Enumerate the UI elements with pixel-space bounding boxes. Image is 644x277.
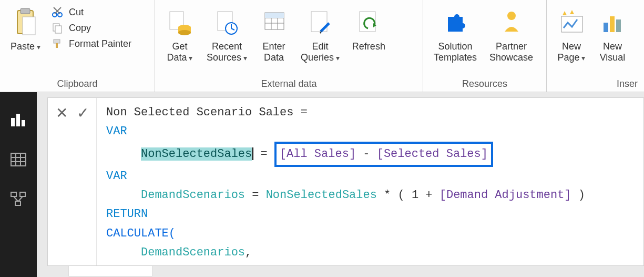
recent-sources-label: Recent Sources <box>207 41 242 63</box>
person-icon <box>498 5 525 39</box>
svg-rect-1 <box>21 8 30 14</box>
svg-rect-2 <box>23 17 35 35</box>
ribbon-group-resources: Solution Templates Partner Showcase Reso… <box>423 0 547 92</box>
svg-point-14 <box>178 30 191 35</box>
svg-rect-35 <box>610 16 615 32</box>
svg-rect-31 <box>561 16 582 32</box>
new-page-label: New Page <box>558 41 581 63</box>
copy-label: Copy <box>69 23 91 34</box>
paste-label: Paste <box>11 41 35 52</box>
svg-rect-8 <box>55 26 62 33</box>
svg-rect-34 <box>604 23 608 32</box>
edit-queries-icon <box>307 5 333 39</box>
code-text: ( Products[Product Name] ) ) <box>238 265 433 265</box>
variable-ref: NonSelectedSales <box>266 189 377 202</box>
format-painter-label: Format Painter <box>69 38 131 50</box>
svg-rect-47 <box>15 201 21 205</box>
new-page-icon <box>558 5 585 39</box>
view-switcher <box>0 92 37 277</box>
measure-ref: [Selected Sales] <box>377 147 488 161</box>
get-data-button[interactable]: Get Data <box>161 3 198 65</box>
ribbon: Paste Cut Copy Format Painter Clipboard <box>0 0 644 92</box>
enter-data-icon <box>261 5 287 39</box>
code-text: = <box>253 147 274 161</box>
keyword-var: VAR <box>106 170 127 183</box>
svg-rect-9 <box>54 39 60 43</box>
brush-icon <box>50 38 65 50</box>
recent-sources-button[interactable]: Recent Sources <box>202 3 251 65</box>
function-allselected: ALLSELECTED <box>162 265 238 265</box>
code-text: * ( 1 + <box>377 189 439 202</box>
scissors-icon <box>50 6 65 18</box>
svg-rect-45 <box>11 192 16 196</box>
svg-rect-36 <box>616 19 621 32</box>
svg-line-48 <box>14 196 18 201</box>
svg-rect-10 <box>56 43 58 48</box>
clipboard-group-label: Clipboard <box>4 76 150 91</box>
indent <box>106 246 141 259</box>
svg-marker-33 <box>570 10 574 14</box>
insert-group-label: Inser <box>551 76 640 91</box>
svg-point-30 <box>507 12 516 20</box>
function-calculate: CALCULATE( <box>106 227 176 240</box>
indent <box>106 265 162 265</box>
formula-commit-button[interactable]: ✓ <box>72 102 93 123</box>
external-data-group-label: External data <box>159 76 418 91</box>
code-text: Non Selected Scenario Sales = <box>106 106 314 119</box>
variable-demandscenarios: DemandScenarios <box>141 189 245 202</box>
solution-templates-label: Solution Templates <box>434 41 477 63</box>
puzzle-icon <box>442 5 469 39</box>
svg-rect-46 <box>20 192 25 196</box>
copy-button[interactable]: Copy <box>47 21 135 35</box>
code-text: ) <box>571 189 585 202</box>
report-canvas: Con Step 1. C ✕ ✓ Non Selected Scenario … <box>37 92 644 277</box>
new-visual-label: New Visual <box>600 41 626 63</box>
solution-templates-button[interactable]: Solution Templates <box>430 3 481 65</box>
ribbon-group-external-data: Get Data Recent Sources Enter Data Edit … <box>155 0 423 92</box>
code-text: = <box>245 189 266 202</box>
partner-showcase-button[interactable]: Partner Showcase <box>485 3 537 65</box>
model-view-button[interactable] <box>6 187 31 212</box>
enter-data-label: Enter Data <box>262 41 285 63</box>
enter-data-button[interactable]: Enter Data <box>255 3 292 65</box>
partner-showcase-label: Partner Showcase <box>489 41 533 63</box>
variable-nonselectedsales: NonSelectedSales <box>141 147 252 161</box>
get-data-label: Get Data <box>167 41 188 63</box>
code-text: , <box>245 246 252 259</box>
paste-button[interactable]: Paste <box>6 3 45 54</box>
refresh-label: Refresh <box>352 41 385 52</box>
formula-bar: ✕ ✓ Non Selected Scenario Sales = VAR No… <box>47 97 644 266</box>
resources-group-label: Resources <box>427 76 542 91</box>
indent <box>106 147 141 161</box>
data-view-button[interactable] <box>6 147 31 172</box>
measure-ref: [All Sales] <box>280 147 356 161</box>
ribbon-group-insert: New Page New Visual Inser <box>547 0 644 92</box>
svg-rect-39 <box>22 120 25 126</box>
svg-rect-24 <box>265 13 284 18</box>
code-text: - <box>356 147 377 161</box>
formula-editor[interactable]: Non Selected Scenario Sales = VAR NonSel… <box>97 98 643 265</box>
variable-ref: DemandScenarios <box>141 246 245 259</box>
highlighted-expression: [All Sales] - [Selected Sales] <box>274 142 493 167</box>
formula-cancel-button[interactable]: ✕ <box>51 102 72 123</box>
ribbon-group-clipboard: Paste Cut Copy Format Painter Clipboard <box>0 0 155 92</box>
svg-marker-32 <box>563 11 567 15</box>
keyword-return: RETURN <box>106 207 148 221</box>
edit-queries-label: Edit Queries <box>301 41 334 63</box>
svg-rect-40 <box>11 153 26 166</box>
new-page-button[interactable]: New Page <box>553 3 590 65</box>
get-data-icon <box>167 5 193 39</box>
svg-rect-37 <box>11 118 15 126</box>
new-visual-icon <box>599 5 626 39</box>
report-view-button[interactable] <box>6 107 31 132</box>
cut-label: Cut <box>69 7 84 18</box>
keyword-var: VAR <box>106 125 127 138</box>
cut-button[interactable]: Cut <box>47 5 135 19</box>
indent <box>106 189 141 202</box>
refresh-icon <box>355 5 382 39</box>
new-visual-button[interactable]: New Visual <box>594 3 631 65</box>
edit-queries-button[interactable]: Edit Queries <box>297 3 344 65</box>
svg-rect-38 <box>16 114 20 126</box>
format-painter-button[interactable]: Format Painter <box>47 37 135 51</box>
refresh-button[interactable]: Refresh <box>348 3 390 54</box>
